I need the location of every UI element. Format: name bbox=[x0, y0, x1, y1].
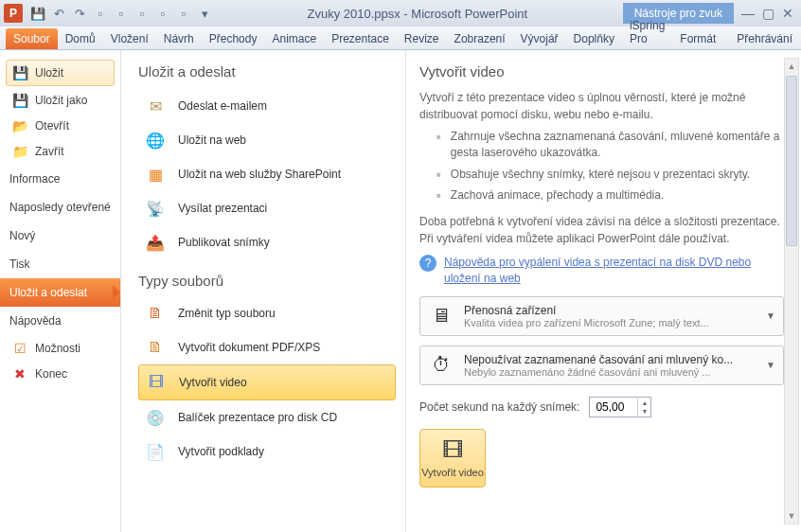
nav-recent[interactable]: Naposledy otevřené bbox=[0, 193, 120, 222]
item-create-pdf[interactable]: 🗎Vytvořit dokument PDF/XPS bbox=[138, 330, 396, 364]
help-link[interactable]: Nápověda pro vypálení videa s prezentací… bbox=[444, 255, 784, 287]
email-icon: ✉ bbox=[146, 97, 165, 115]
option-subtitle: Nebylo zaznamenáno žádné časování ani ml… bbox=[464, 366, 756, 378]
bullet-item: Zahrnuje všechna zaznamenaná časování, m… bbox=[436, 129, 784, 161]
app-icon: P bbox=[4, 4, 23, 23]
tab-prechody[interactable]: Přechody bbox=[202, 28, 265, 49]
video-icon: 🎞 bbox=[147, 373, 166, 392]
panel-title: Vytvořit video bbox=[419, 63, 784, 80]
tab-animace[interactable]: Animace bbox=[264, 28, 324, 49]
qat-icon[interactable]: ▫ bbox=[155, 6, 170, 21]
item-send-email[interactable]: ✉Odeslat e-mailem bbox=[138, 89, 396, 123]
nav-help[interactable]: Nápověda bbox=[0, 307, 120, 335]
item-publish-slides[interactable]: 📤Publikovat snímky bbox=[138, 225, 396, 259]
vertical-scrollbar[interactable]: ▲ ▼ bbox=[784, 58, 799, 524]
nav-new[interactable]: Nový bbox=[0, 222, 120, 250]
backstage-nav: 💾Uložit 💾Uložit jako 📂Otevřít 📁Zavřít In… bbox=[0, 50, 121, 532]
save-icon: 💾 bbox=[12, 65, 27, 80]
create-video-button[interactable]: 🎞 Vytvořit video bbox=[419, 429, 486, 488]
maximize-icon[interactable]: ▢ bbox=[762, 6, 774, 21]
tab-doplnky[interactable]: Doplňky bbox=[566, 28, 622, 49]
qat-icon[interactable]: ▫ bbox=[134, 6, 150, 21]
nav-label: Zavřít bbox=[35, 145, 64, 158]
video-icon: 🎞 bbox=[442, 438, 463, 463]
save-icon[interactable]: 💾 bbox=[30, 6, 45, 21]
tab-vlozeni[interactable]: Vložení bbox=[103, 28, 156, 49]
seconds-spinner[interactable]: ▲ ▼ bbox=[589, 397, 651, 417]
nav-save[interactable]: 💾Uložit bbox=[6, 60, 115, 86]
nav-print[interactable]: Tisk bbox=[0, 250, 120, 278]
option-title: Nepoužívat zaznamenané časování ani mluv… bbox=[464, 353, 756, 366]
create-video-panel: Vytvořit video Vytvoří z této prezentace… bbox=[405, 50, 801, 532]
broadcast-icon: 📡 bbox=[146, 199, 165, 218]
help-link-row: ? Nápověda pro vypálení videa s prezenta… bbox=[419, 255, 784, 287]
item-package-cd[interactable]: 💿Balíček prezentace pro disk CD bbox=[138, 400, 396, 434]
undo-icon[interactable]: ↶ bbox=[51, 6, 66, 21]
info-icon: ? bbox=[419, 255, 436, 272]
item-broadcast[interactable]: 📡Vysílat prezentaci bbox=[138, 191, 396, 225]
scroll-down-icon[interactable]: ▼ bbox=[785, 508, 798, 523]
bullet-item: Obsahuje všechny snímky, které nejsou v … bbox=[436, 167, 784, 183]
folder-close-icon: 📁 bbox=[12, 144, 27, 159]
publish-icon: 📤 bbox=[146, 233, 165, 252]
tab-prezentace[interactable]: Prezentace bbox=[324, 28, 397, 49]
item-label: Vytvořit podklady bbox=[178, 445, 264, 458]
seconds-per-slide-row: Počet sekund na každý snímek: ▲ ▼ bbox=[419, 397, 784, 417]
tab-revize[interactable]: Revize bbox=[397, 28, 447, 49]
window-controls: — ▢ ✕ bbox=[741, 6, 793, 21]
nav-label: Konec bbox=[35, 367, 67, 381]
video-quality-dropdown[interactable]: 🖥 Přenosná zařízení Kvalita videa pro za… bbox=[419, 296, 784, 336]
title-bar: P 💾 ↶ ↷ ▫ ▫ ▫ ▫ ▫ ▾ Zvuky 2010.ppsx - Mi… bbox=[0, 0, 801, 27]
options-icon: ☑ bbox=[12, 341, 27, 356]
bullet-text: Zahrnuje všechna zaznamenaná časování, m… bbox=[451, 129, 784, 161]
globe-icon: 🌐 bbox=[146, 131, 165, 150]
scroll-up-icon[interactable]: ▲ bbox=[785, 59, 798, 74]
tab-vyvojar[interactable]: Vývojář bbox=[513, 28, 566, 49]
nav-exit[interactable]: ✖Konec bbox=[4, 362, 116, 386]
tab-soubor[interactable]: Soubor bbox=[6, 28, 58, 49]
item-label: Balíček prezentace pro disk CD bbox=[178, 411, 337, 424]
tab-navrh[interactable]: Návrh bbox=[156, 28, 202, 49]
seconds-input[interactable] bbox=[590, 399, 637, 416]
panel-description-2: Doba potřebná k vytvoření videa závisí n… bbox=[419, 213, 784, 247]
qat-icon[interactable]: ▫ bbox=[114, 6, 129, 21]
backstage-view: 💾Uložit 💾Uložit jako 📂Otevřít 📁Zavřít In… bbox=[0, 50, 801, 532]
nav-save-as[interactable]: 💾Uložit jako bbox=[4, 88, 116, 113]
tab-domu[interactable]: Domů bbox=[58, 28, 103, 49]
nav-label: Otevřít bbox=[35, 119, 69, 133]
spinner-up-icon[interactable]: ▲ bbox=[638, 399, 650, 407]
qat-dropdown-icon[interactable]: ▾ bbox=[197, 6, 212, 21]
timing-icon: ⏱ bbox=[428, 352, 454, 379]
item-save-sharepoint[interactable]: ▦Uložit na web služby SharePoint bbox=[138, 157, 396, 191]
item-change-type[interactable]: 🗎Změnit typ souboru bbox=[138, 296, 396, 330]
scroll-thumb[interactable] bbox=[786, 76, 797, 246]
tab-prehravani[interactable]: Přehrávání bbox=[729, 28, 800, 49]
seconds-label: Počet sekund na každý snímek: bbox=[419, 400, 579, 414]
item-create-handouts[interactable]: 📄Vytvořit podklady bbox=[138, 434, 396, 469]
item-save-web[interactable]: 🌐Uložit na web bbox=[138, 123, 396, 157]
nav-options[interactable]: ☑Možnosti bbox=[4, 336, 116, 361]
tab-ispring[interactable]: iSpring Pro bbox=[622, 15, 672, 49]
close-icon[interactable]: ✕ bbox=[782, 6, 793, 21]
exit-icon: ✖ bbox=[12, 366, 27, 381]
window-title: Zvuky 2010.ppsx - Microsoft PowerPoint bbox=[212, 7, 623, 21]
nav-close[interactable]: 📁Zavřít bbox=[4, 139, 116, 164]
nav-info[interactable]: Informace bbox=[0, 165, 120, 193]
tab-zobrazeni[interactable]: Zobrazení bbox=[447, 28, 513, 49]
spinner-down-icon[interactable]: ▼ bbox=[638, 407, 650, 416]
folder-open-icon: 📂 bbox=[12, 118, 27, 133]
section-header: Uložit a odeslat bbox=[138, 63, 396, 80]
save-send-categories: Uložit a odeslat ✉Odeslat e-mailem 🌐Ulož… bbox=[121, 50, 405, 532]
nav-open[interactable]: 📂Otevřít bbox=[4, 114, 116, 138]
minimize-icon[interactable]: — bbox=[741, 6, 755, 21]
nav-save-send[interactable]: Uložit a odeslat bbox=[0, 278, 120, 307]
handout-icon: 📄 bbox=[146, 442, 165, 461]
item-create-video[interactable]: 🎞Vytvořit video bbox=[138, 364, 396, 400]
ribbon-tabs: Soubor Domů Vložení Návrh Přechody Anima… bbox=[0, 27, 801, 50]
qat-icon[interactable]: ▫ bbox=[176, 6, 191, 21]
nav-label: Uložit bbox=[35, 66, 63, 80]
tab-format[interactable]: Formát bbox=[672, 28, 723, 49]
qat-icon[interactable]: ▫ bbox=[93, 6, 108, 21]
timing-dropdown[interactable]: ⏱ Nepoužívat zaznamenané časování ani ml… bbox=[419, 346, 784, 385]
redo-icon[interactable]: ↷ bbox=[72, 6, 87, 21]
